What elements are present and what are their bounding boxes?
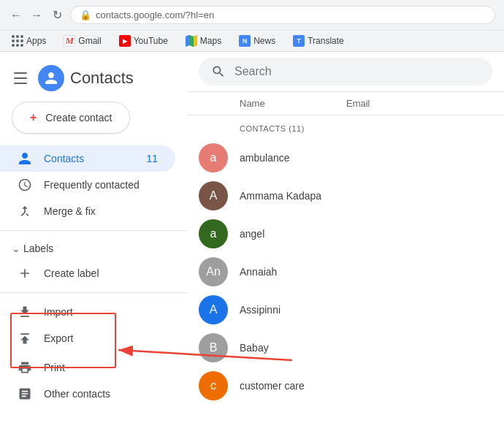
app-logo (38, 65, 64, 91)
lock-icon: 🔒 (80, 9, 91, 20)
frequently-nav-label: Frequently contacted (44, 179, 158, 191)
bookmark-youtube-label: YouTube (134, 36, 168, 46)
bookmark-gmail-label: Gmail (78, 36, 101, 46)
contact-list-body: CONTACTS (11) aambulanceAAmmama Kadapaaa… (187, 115, 504, 432)
contact-name: ambulance (240, 152, 492, 164)
import-label: Import (44, 306, 158, 318)
other-contacts-label: Other contacts (44, 388, 158, 400)
contact-name: customer care (240, 380, 492, 392)
contacts-nav-label: Contacts (44, 153, 134, 164)
apps-icon (12, 35, 23, 47)
bookmark-apps[interactable]: Apps (9, 34, 49, 48)
clock-icon (18, 178, 32, 192)
export-icon (18, 331, 32, 346)
sidebar-item-print[interactable]: Print (0, 354, 175, 381)
translate-icon: T (293, 35, 305, 47)
contact-row[interactable]: ccustomer care (187, 367, 504, 405)
contact-row[interactable]: aambulance (187, 139, 504, 177)
svg-marker-2 (189, 35, 194, 47)
contact-name: Babay (240, 342, 492, 354)
contact-row[interactable]: aangel (187, 215, 504, 253)
contacts-badge: 11 (146, 153, 158, 164)
contacts-count: CONTACTS (11) (187, 115, 504, 139)
forward-button[interactable]: → (29, 8, 44, 23)
bookmark-news[interactable]: N News (236, 34, 278, 48)
bookmark-apps-label: Apps (26, 36, 46, 46)
contact-row[interactable]: AAssipinni (187, 291, 504, 329)
avatar: B (199, 333, 228, 362)
contact-row[interactable]: AAmmama Kadapa (187, 177, 504, 215)
sidebar-item-frequently[interactable]: Frequently contacted (0, 172, 175, 198)
contact-name: Annaiah (240, 266, 492, 278)
sidebar-item-other-contacts[interactable]: Other contacts (0, 381, 175, 407)
other-contacts-icon (18, 387, 32, 401)
back-button[interactable]: ← (9, 8, 23, 23)
create-label-nav: Create label (44, 267, 158, 279)
sidebar-item-import[interactable]: Import (0, 299, 175, 325)
svg-marker-1 (186, 35, 189, 47)
person-icon (18, 151, 32, 166)
labels-section-header: ⌄ Labels (0, 237, 187, 260)
plus-icon: + (30, 111, 37, 124)
col-name-header: Name (199, 98, 346, 109)
import-icon (18, 305, 32, 319)
print-icon (18, 360, 32, 375)
contact-name: angel (240, 228, 492, 240)
svg-marker-3 (194, 35, 197, 47)
bookmark-gmail[interactable]: M Gmail (61, 34, 104, 48)
menu-button[interactable] (6, 64, 35, 93)
bookmark-translate[interactable]: T Translate (290, 34, 347, 48)
avatar: c (199, 371, 228, 400)
contact-row[interactable]: BBabay (187, 329, 504, 367)
avatar: A (199, 181, 228, 210)
app-title: Contacts (70, 69, 134, 88)
create-contact-label: Create contact (45, 112, 112, 123)
avatar: a (199, 219, 228, 248)
sidebar: Contacts + Create contact Contacts 11 Fr… (0, 52, 187, 432)
contact-name: Ammama Kadapa (240, 190, 492, 202)
avatar: a (199, 143, 228, 172)
add-icon (18, 266, 32, 281)
print-label: Print (44, 362, 158, 373)
bookmark-maps[interactable]: Maps (183, 34, 224, 48)
main-content: Name Email CONTACTS (11) aambulanceAAmma… (187, 52, 504, 432)
labels-header-label: Labels (23, 243, 53, 254)
address-bar[interactable]: 🔒 contacts.google.com/?hl=en (70, 6, 495, 24)
chevron-down-icon[interactable]: ⌄ (12, 243, 20, 254)
create-contact-button[interactable]: + Create contact (12, 102, 130, 134)
export-label: Export (44, 332, 158, 344)
avatar: A (199, 295, 228, 324)
avatar: An (199, 257, 228, 286)
contact-name: Assipinni (240, 304, 492, 316)
sidebar-item-contacts[interactable]: Contacts 11 (0, 145, 175, 172)
col-email-header: Email (346, 98, 492, 109)
url-text: contacts.google.com/?hl=en (96, 9, 214, 20)
bookmark-news-label: News (253, 36, 275, 46)
bookmark-maps-label: Maps (200, 36, 221, 46)
sidebar-item-merge[interactable]: Merge & fix (0, 198, 175, 224)
contact-list-header: Name Email (187, 92, 504, 115)
sidebar-item-export[interactable]: Export (0, 325, 175, 351)
youtube-icon: ▶ (119, 35, 131, 47)
search-icon (211, 64, 226, 79)
sidebar-divider-1 (0, 230, 187, 231)
bookmark-translate-label: Translate (308, 36, 344, 46)
contact-row[interactable]: AnAnnaiah (187, 253, 504, 291)
merge-icon (18, 204, 32, 218)
merge-nav-label: Merge & fix (44, 205, 158, 217)
maps-icon (186, 35, 197, 47)
search-bar[interactable] (199, 58, 492, 85)
sidebar-divider-2 (0, 292, 187, 293)
sidebar-item-create-label[interactable]: Create label (0, 260, 175, 286)
reload-button[interactable]: ↻ (50, 8, 64, 23)
hamburger-icon (14, 72, 27, 84)
bookmark-youtube[interactable]: ▶ YouTube (116, 34, 171, 48)
gmail-icon: M (64, 35, 75, 47)
news-icon: N (239, 35, 251, 47)
search-input[interactable] (234, 65, 480, 78)
contact-list: aambulanceAAmmama KadapaaangelAnAnnaiahA… (187, 139, 504, 405)
